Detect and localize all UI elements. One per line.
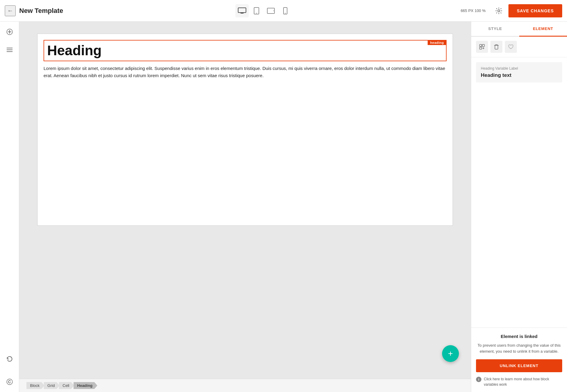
add-fab-button[interactable]: + bbox=[442, 345, 459, 362]
device-tablet-portrait-button[interactable] bbox=[250, 4, 263, 17]
canvas-area: heading Heading Lorem ipsum dolor sit am… bbox=[19, 22, 471, 392]
copyright-icon[interactable] bbox=[4, 376, 15, 387]
body-text-element: Lorem ipsum dolor sit amet, consectetur … bbox=[44, 65, 447, 80]
svg-rect-19 bbox=[480, 47, 482, 49]
topbar: ← New Template bbox=[0, 0, 567, 22]
breadcrumb-block[interactable]: Block bbox=[26, 382, 44, 389]
variable-value: Heading text bbox=[481, 72, 557, 78]
svg-point-4 bbox=[256, 13, 257, 13]
panel-toolbar bbox=[471, 37, 567, 57]
panel-tabs: STYLE ELEMENT bbox=[471, 22, 567, 37]
add-element-button[interactable] bbox=[476, 41, 488, 53]
device-desktop-button[interactable] bbox=[235, 4, 249, 17]
info-icon: i bbox=[476, 377, 481, 382]
save-changes-button[interactable]: SAVE CHANGES bbox=[508, 4, 562, 17]
settings-button[interactable] bbox=[493, 5, 505, 17]
breadcrumb-grid[interactable]: Grid bbox=[44, 382, 60, 389]
svg-point-8 bbox=[285, 13, 286, 13]
svg-point-9 bbox=[498, 10, 500, 12]
heading-element[interactable]: Heading bbox=[47, 43, 443, 58]
info-text[interactable]: Click here to learn more about how block… bbox=[484, 376, 562, 387]
info-row: i Click here to learn more about how blo… bbox=[476, 376, 562, 387]
linked-section: Element is linked To prevent users from … bbox=[471, 327, 567, 392]
main-layout: heading Heading Lorem ipsum dolor sit am… bbox=[0, 22, 567, 392]
unlink-element-button[interactable]: UNLINK ELEMENT bbox=[476, 359, 562, 372]
tab-style[interactable]: STYLE bbox=[471, 22, 519, 36]
variable-label: Heading Variable Label bbox=[481, 66, 557, 71]
favorite-element-button[interactable] bbox=[505, 41, 517, 53]
undo-icon[interactable] bbox=[4, 354, 15, 364]
right-panel: STYLE ELEMENT bbox=[471, 22, 567, 392]
svg-point-16 bbox=[7, 379, 12, 385]
linked-description: To prevent users from changing the value… bbox=[476, 342, 562, 354]
device-mobile-button[interactable] bbox=[279, 4, 292, 17]
canvas-page: heading Heading Lorem ipsum dolor sit am… bbox=[37, 34, 453, 226]
variable-card: Heading Variable Label Heading text bbox=[476, 62, 562, 83]
svg-rect-18 bbox=[482, 44, 484, 47]
heading-block[interactable]: heading Heading bbox=[44, 40, 447, 61]
add-block-button[interactable] bbox=[4, 26, 15, 37]
page-title: New Template bbox=[19, 7, 63, 15]
heading-badge: heading bbox=[428, 40, 446, 45]
linked-title: Element is linked bbox=[476, 334, 562, 339]
tab-element[interactable]: ELEMENT bbox=[519, 22, 567, 37]
back-button[interactable]: ← bbox=[5, 5, 16, 16]
svg-point-6 bbox=[273, 10, 274, 11]
left-sidebar bbox=[0, 22, 19, 392]
breadcrumb-heading[interactable]: Heading bbox=[74, 382, 97, 389]
svg-rect-0 bbox=[238, 8, 246, 13]
canvas-scroll[interactable]: heading Heading Lorem ipsum dolor sit am… bbox=[19, 22, 471, 379]
breadcrumb-cell[interactable]: Cell bbox=[59, 382, 74, 389]
device-tablet-landscape-button[interactable] bbox=[264, 4, 277, 17]
topbar-right: SAVE CHANGES bbox=[493, 4, 562, 17]
delete-element-button[interactable] bbox=[490, 41, 502, 53]
menu-icon[interactable] bbox=[4, 44, 15, 55]
device-switcher bbox=[74, 4, 453, 17]
canvas-size-label: 665 PX 100 % bbox=[461, 8, 486, 13]
svg-rect-17 bbox=[480, 44, 482, 47]
breadcrumb: Block Grid Cell Heading bbox=[19, 379, 471, 392]
